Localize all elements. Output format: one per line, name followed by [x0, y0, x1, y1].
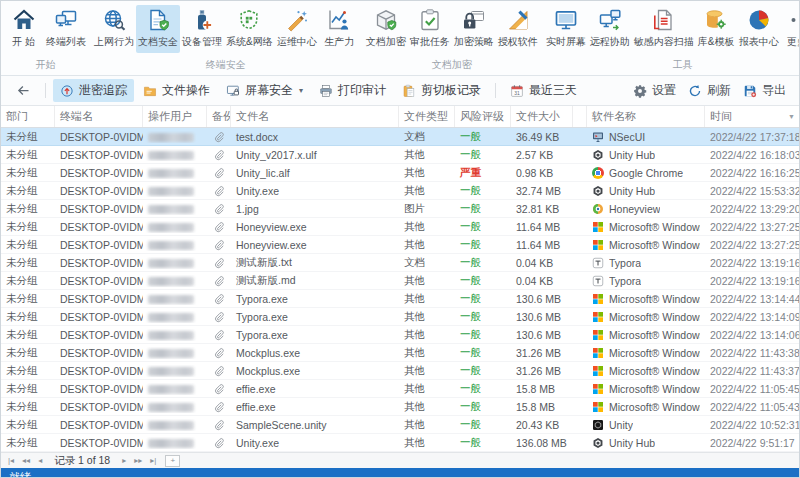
cell-backup[interactable]	[207, 149, 231, 161]
table-row[interactable]: 未分组DESKTOP-0VIDMDJUnity.exe其他一般32.74 MBU…	[1, 182, 799, 200]
cell-backup[interactable]	[207, 221, 231, 233]
cell-app: Honeyview	[587, 203, 705, 215]
toolbar-button-export[interactable]: 导出	[738, 79, 791, 102]
column-header-file[interactable]: 文件名	[231, 106, 399, 127]
table-row[interactable]: 未分组DESKTOP-0VIDMDJ测试新版.md其他一般0.04 KBTypo…	[1, 272, 799, 290]
ribbon-item-home[interactable]: 开 始	[3, 5, 44, 53]
cell-backup[interactable]	[207, 275, 231, 287]
filter-dropdown-icon[interactable]: ▼	[788, 113, 795, 120]
ribbon-item-encrypt-policy[interactable]: 加密策略	[452, 5, 496, 53]
column-header-size[interactable]: 文件大小	[511, 106, 573, 127]
column-header-risk[interactable]: 风险评级	[455, 106, 511, 127]
toolbar-right-group: 设置刷新导出	[628, 79, 791, 102]
ribbon-item-authorized-software[interactable]: 授权软件	[496, 5, 540, 53]
ribbon-item-productivity[interactable]: 生产力	[319, 5, 360, 53]
table-row[interactable]: 未分组DESKTOP-0VIDMDJTypora.exe其他一般130.6 MB…	[1, 308, 799, 326]
ribbon-item-sensitive-scan[interactable]: 敏感内容扫描	[632, 5, 696, 53]
cell-backup[interactable]	[207, 257, 231, 269]
cell-backup[interactable]	[207, 329, 231, 341]
cell-app: Microsoft® Windows® Oper...	[587, 239, 705, 251]
nav-extra-button[interactable]: +	[165, 455, 180, 467]
toolbar-button-clipboard-record[interactable]: 剪切板记录	[395, 79, 488, 102]
cell-app: Microsoft® Windows® Oper...	[587, 293, 705, 305]
risk-badge: 一般	[455, 382, 511, 396]
toolbar-button-gear-small[interactable]: 设置	[628, 79, 681, 102]
cell-backup[interactable]	[207, 365, 231, 377]
cell-time: 2022/4/22 16:18:03	[705, 149, 800, 161]
table-row[interactable]: 未分组DESKTOP-0VIDMDJ1.jpg图片一般32.81 KBHoney…	[1, 200, 799, 218]
time-text: 2022/4/22 13:14:44	[710, 293, 800, 305]
nav-prev-button[interactable]: ◂	[36, 456, 44, 465]
cell-backup[interactable]	[207, 401, 231, 413]
ribbon-item-device-mgmt[interactable]: 设备管理	[180, 5, 224, 53]
ribbon-item-doc-security[interactable]: 文档安全	[136, 5, 180, 53]
cell-app: Unity Hub	[587, 149, 705, 161]
cell-backup[interactable]	[207, 419, 231, 431]
cell-backup[interactable]	[207, 167, 231, 179]
toolbar-button-screen-security[interactable]: 屏幕安全▾	[219, 79, 310, 102]
table-row[interactable]: 未分组DESKTOP-0VIDMDJUnity.exe其他一般136.08 MB…	[1, 434, 799, 452]
cell-filetype: 其他	[399, 346, 455, 360]
table-row[interactable]: 未分组DESKTOP-0VIDMDJUnity_lic.alf其他严重0.98 …	[1, 164, 799, 182]
cell-filename: Unity_v2017.x.ulf	[231, 149, 399, 161]
toolbar-button-print-audit[interactable]: 打印审计	[312, 79, 393, 102]
table-row[interactable]: 未分组DESKTOP-0VIDMDJUnity_v2017.x.ulf其他一般2…	[1, 146, 799, 164]
back-arrow-icon	[16, 83, 31, 98]
cell-backup[interactable]	[207, 311, 231, 323]
table-row[interactable]: 未分组DESKTOP-0VIDMDJtest.docx文档一般36.49 KBN…	[1, 128, 799, 146]
table-row[interactable]: 未分组DESKTOP-0VIDMDJMockplus.exe其他一般31.26 …	[1, 344, 799, 362]
export-icon	[743, 84, 757, 98]
nav-next-page-button[interactable]: ▸▸	[132, 456, 144, 465]
cell-backup[interactable]	[207, 185, 231, 197]
table-row[interactable]: 未分组DESKTOP-0VIDMDJHoneyview.exe其他一般11.64…	[1, 218, 799, 236]
column-header-spacer[interactable]	[573, 106, 587, 127]
table-row[interactable]: 未分组DESKTOP-0VIDMDJeffie.exe其他一般15.8 MBMi…	[1, 380, 799, 398]
toolbar-button-calendar[interactable]: 31最近三天	[503, 79, 584, 102]
cell-dept: 未分组	[1, 292, 55, 306]
table-row[interactable]: 未分组DESKTOP-0VIDMDJ测试新版.txt文档一般0.04 KBTyp…	[1, 254, 799, 272]
table-row[interactable]: 未分组DESKTOP-0VIDMDJeffie.exe其他一般15.8 MBMi…	[1, 398, 799, 416]
ribbon-item-more[interactable]: 更多...	[781, 5, 800, 53]
cell-backup[interactable]	[207, 239, 231, 251]
ribbon-item-live-screen[interactable]: 实时屏幕	[544, 5, 588, 53]
cell-backup[interactable]	[207, 131, 231, 143]
nav-prev-page-button[interactable]: ◂◂	[20, 456, 32, 465]
ribbon-item-doc-encrypt[interactable]: 文档加密	[364, 5, 408, 53]
cell-backup[interactable]	[207, 383, 231, 395]
nav-first-button[interactable]: |◂	[6, 456, 16, 465]
table-row[interactable]: 未分组DESKTOP-0VIDMDJSampleScene.unity其他一般2…	[1, 416, 799, 434]
cell-backup[interactable]	[207, 293, 231, 305]
column-header-type[interactable]: 文件类型	[399, 106, 455, 127]
ribbon-item-approval-tasks[interactable]: 审批任务	[408, 5, 452, 53]
cell-backup[interactable]	[207, 203, 231, 215]
print-audit-icon	[319, 84, 333, 98]
table-row[interactable]: 未分组DESKTOP-0VIDMDJHoneyview.exe其他一般11.64…	[1, 236, 799, 254]
cell-backup[interactable]	[207, 437, 231, 449]
column-header-dept[interactable]: 部门	[1, 106, 55, 127]
column-header-backup[interactable]: 备份	[207, 106, 231, 127]
table-row[interactable]: 未分组DESKTOP-0VIDMDJTypora.exe其他一般130.6 MB…	[1, 326, 799, 344]
table-row[interactable]: 未分组DESKTOP-0VIDMDJMockplus.exe其他一般31.26 …	[1, 362, 799, 380]
column-header-terminal[interactable]: 终端名	[55, 106, 143, 127]
column-header-app[interactable]: 软件名称	[587, 106, 705, 127]
ribbon-item-report-center[interactable]: 报表中心	[737, 5, 781, 53]
ribbon-item-terminal-list[interactable]: 终端列表	[44, 5, 88, 53]
toolbar-button-refresh[interactable]: 刷新	[683, 79, 736, 102]
back-button[interactable]	[9, 80, 38, 101]
ribbon-item-label: 文档安全	[138, 35, 178, 49]
column-header-user[interactable]: 操作用户	[143, 106, 207, 127]
ribbon-item-system-network[interactable]: 系统&网络	[224, 5, 275, 53]
cell-backup[interactable]	[207, 347, 231, 359]
nav-next-button[interactable]: ▸	[120, 456, 128, 465]
risk-badge: 一般	[455, 274, 511, 288]
cell-time: 2022/4/22 11:05:45	[705, 383, 800, 395]
toolbar-button-file-ops[interactable]: 文件操作	[136, 79, 217, 102]
toolbar-button-leak-trace[interactable]: 泄密追踪	[53, 79, 134, 102]
ribbon-item-remote-assist[interactable]: 远程协助	[588, 5, 632, 53]
ribbon-item-ops-center[interactable]: 运维中心	[275, 5, 319, 53]
table-row[interactable]: 未分组DESKTOP-0VIDMDJTypora.exe其他一般130.6 MB…	[1, 290, 799, 308]
column-header-time[interactable]: 时间▼	[705, 106, 800, 127]
ribbon-item-library-template[interactable]: 库&模板	[696, 5, 737, 53]
ribbon-item-web-behavior[interactable]: 上网行为	[92, 5, 136, 53]
nav-last-button[interactable]: ▸|	[148, 456, 158, 465]
